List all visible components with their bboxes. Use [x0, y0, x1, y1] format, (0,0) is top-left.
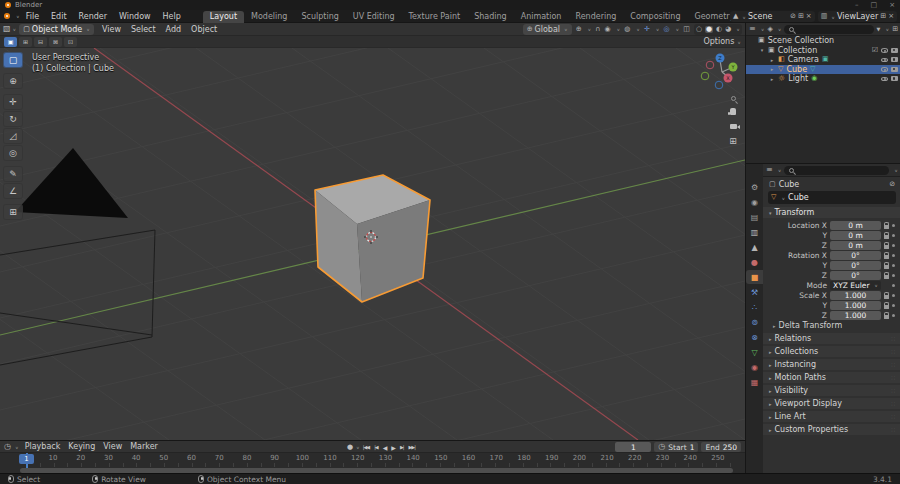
lock-icon[interactable] — [884, 255, 889, 259]
animate-dot[interactable] — [892, 244, 895, 247]
hide-in-viewport-toggle[interactable] — [881, 58, 888, 63]
value-field[interactable]: 0° — [830, 271, 881, 280]
properties-search-input[interactable] — [784, 166, 889, 175]
properties-tab[interactable]: ⊗ — [746, 330, 763, 344]
show-overlays-icon[interactable]: ◎ — [663, 26, 669, 33]
new-collection-icon[interactable]: ⊞ — [892, 26, 898, 33]
workspace-tab[interactable]: Sculpting — [294, 11, 345, 23]
disclosure-triangle[interactable]: ▸ — [769, 57, 775, 63]
menu-item[interactable]: Help — [157, 12, 187, 21]
value-field[interactable]: 0° — [830, 261, 881, 270]
solid-shading-icon[interactable]: ● — [705, 26, 713, 33]
animate-dot[interactable] — [892, 304, 895, 307]
tool-button[interactable]: ✛ — [3, 94, 23, 110]
play-reverse-button[interactable]: ◀ — [381, 444, 389, 451]
animate-dot[interactable] — [892, 314, 895, 317]
close-button[interactable]: × — [889, 1, 895, 9]
timeline-menu-item[interactable]: Keying — [64, 442, 99, 451]
transform-orientation-dropdown[interactable]: ⊕ Global ∨ — [523, 24, 572, 35]
start-value[interactable]: 1 — [690, 443, 695, 452]
viewport-menu-item[interactable]: View — [97, 25, 126, 34]
panel-section-header[interactable]: ▸ Visibility — [763, 385, 900, 396]
disable-in-renders-toggle[interactable] — [891, 67, 898, 72]
prev-keyframe-button[interactable]: |◀ — [372, 444, 380, 450]
workspace-tab[interactable]: Compositing — [623, 11, 687, 23]
hide-in-viewport-toggle[interactable] — [881, 48, 888, 53]
rotation-mode-dropdown[interactable]: XYZ Euler ∨ — [830, 281, 881, 290]
select-mode-button[interactable]: ▣ — [4, 37, 17, 47]
panel-section-header[interactable]: ▸ Instancing — [763, 359, 900, 370]
next-keyframe-button[interactable]: ▶| — [398, 444, 406, 450]
pin-icon[interactable]: ⊘ — [889, 181, 895, 188]
properties-tab[interactable]: ◉ — [746, 195, 763, 209]
tool-button[interactable]: ⊕ — [3, 73, 23, 89]
editor-type-icon[interactable]: ◷ — [4, 443, 11, 451]
object-name-value[interactable]: Cube — [788, 193, 809, 202]
properties-tab[interactable]: ▲ — [746, 240, 763, 254]
pin-icon[interactable]: ⊘ — [790, 13, 796, 20]
properties-tab[interactable]: ⚙ — [746, 180, 763, 194]
lock-icon[interactable] — [884, 305, 889, 309]
properties-tab[interactable]: ▦ — [746, 375, 763, 389]
scene-selector[interactable]: ▲ ∨ Scene ⊘ ⊞ × — [730, 11, 815, 22]
scene-name[interactable]: Scene — [748, 12, 788, 21]
value-field[interactable]: 0 m — [830, 231, 881, 240]
timeline-menu-item[interactable]: View — [99, 442, 126, 451]
new-viewlayer-icon[interactable]: ⊞ — [880, 13, 886, 20]
tool-button[interactable]: ⊞ — [3, 204, 23, 220]
timeline-menu-item[interactable]: Marker — [126, 442, 162, 451]
mode-dropdown[interactable]: ▢ Object Mode ∨ — [19, 24, 94, 35]
value-field[interactable]: 1.000 — [830, 311, 881, 320]
outliner-item-name[interactable]: Camera — [788, 55, 819, 64]
disable-in-renders-toggle[interactable] — [891, 76, 898, 81]
viewport-menu-item[interactable]: Add — [161, 25, 187, 34]
workspace-tab[interactable]: UV Editing — [346, 11, 402, 23]
disable-in-renders-toggle[interactable] — [891, 57, 898, 62]
workspace-tab[interactable]: Shading — [467, 11, 514, 23]
filter-icon[interactable]: ▼ — [877, 27, 881, 32]
pivot-point-icon[interactable]: ⊕ — [576, 26, 582, 33]
viewport-canvas[interactable]: Z Y X User Perspective (1) Collection | … — [0, 48, 745, 440]
tool-button[interactable]: ✎ — [3, 166, 23, 182]
panel-section-header[interactable]: ▸ Relations — [763, 333, 900, 344]
timeline-scrollbar[interactable] — [20, 468, 733, 473]
outliner-row[interactable]: ▣ Scene Collection ☑ — [746, 36, 900, 46]
tool-button[interactable]: ↻ — [3, 111, 23, 127]
filter-objects-icon[interactable]: ◈ — [767, 26, 772, 33]
options-dropdown[interactable]: Options ∨ — [703, 37, 741, 46]
hide-in-viewport-toggle[interactable] — [881, 77, 888, 82]
pan-view-button[interactable] — [726, 105, 740, 118]
maximize-button[interactable]: □ — [871, 1, 878, 9]
viewlayer-name[interactable]: ViewLayer — [837, 12, 878, 21]
outliner-item-name[interactable]: Cube — [786, 65, 807, 74]
current-frame-field[interactable]: 1 — [615, 442, 651, 452]
outliner-item-name[interactable]: Scene Collection — [768, 36, 835, 45]
select-mode-button[interactable]: ⊠ — [49, 37, 62, 47]
workspace-tab[interactable]: Layout — [203, 11, 244, 23]
auto-keying-button[interactable]: ● — [347, 444, 353, 451]
app-menu-blender-icon[interactable] — [4, 13, 10, 19]
toggle-xray-icon[interactable]: ◫ — [683, 26, 690, 33]
outliner-row[interactable]: ▾ ▣ Collection ☑ — [746, 46, 900, 56]
workspace-tab[interactable]: Modeling — [244, 11, 294, 23]
outliner-item-name[interactable]: Light — [788, 74, 808, 83]
animate-dot[interactable] — [892, 274, 895, 277]
workspace-tab[interactable]: Rendering — [568, 11, 623, 23]
properties-tab[interactable]: ⊚ — [746, 315, 763, 329]
jump-to-end-button[interactable]: ▶▶| — [406, 444, 416, 450]
panel-section-header[interactable]: ▸ Line Art — [763, 411, 900, 422]
properties-tab[interactable]: ▽ — [746, 345, 763, 359]
animate-dot[interactable] — [892, 284, 895, 287]
menu-item[interactable]: Render — [73, 12, 113, 21]
properties-tab[interactable]: ∴ — [746, 300, 763, 314]
material-preview-icon[interactable]: ◐ — [716, 26, 722, 33]
panel-section-header[interactable]: ▸ Custom Properties — [763, 424, 900, 435]
animate-dot[interactable] — [892, 234, 895, 237]
lock-icon[interactable] — [884, 265, 889, 269]
transform-panel-header[interactable]: ▾ Transform — [763, 207, 900, 218]
frame-range-end[interactable]: End 250 — [701, 442, 741, 452]
viewport-menu-item[interactable]: Object — [186, 25, 222, 34]
disclosure-triangle[interactable]: ▸ — [769, 66, 775, 72]
navigation-axis-gizmo[interactable]: Z Y X — [701, 54, 737, 89]
select-mode-button[interactable]: ⊡ — [64, 37, 77, 47]
